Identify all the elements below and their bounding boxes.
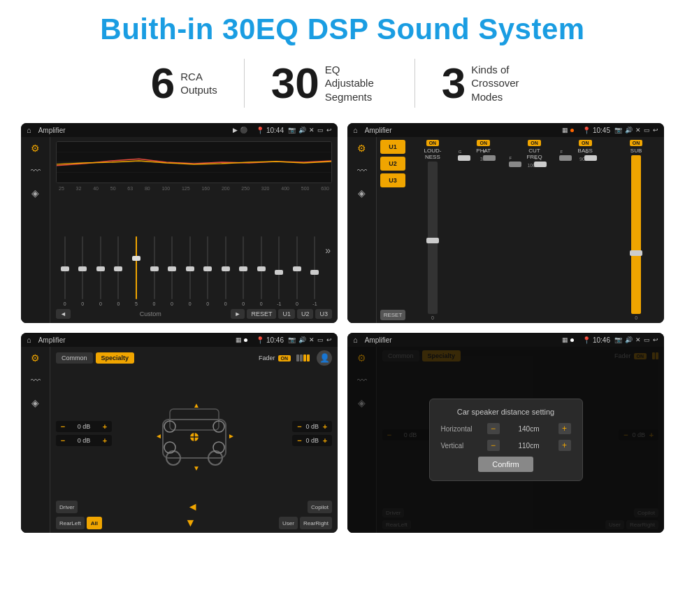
fader-copilot-btn[interactable]: Copilot	[308, 501, 332, 513]
distance-status-icons: 📷🔊✕▭↩	[614, 336, 658, 343]
fader-slider-segments[interactable]	[296, 354, 310, 361]
crossover-home-icon[interactable]: ⌂	[353, 126, 358, 134]
fader-label: Fader	[259, 354, 275, 361]
fader-home-icon[interactable]: ⌂	[27, 336, 31, 344]
eq-slider-7[interactable]: 0	[182, 229, 198, 306]
eq-slider-10[interactable]: 0	[236, 229, 251, 306]
db-minus-0[interactable]: −	[59, 422, 67, 431]
profile-icon-fader[interactable]: 👤	[317, 350, 332, 366]
dialog-confirm-button[interactable]: Confirm	[478, 457, 533, 472]
stat-eq-number: 30	[271, 62, 319, 105]
db-plus-0[interactable]: +	[101, 422, 109, 431]
home-icon[interactable]: ⌂	[27, 126, 31, 134]
db-plus-1[interactable]: +	[101, 436, 109, 445]
db-minus-1[interactable]: −	[59, 436, 67, 445]
fader-sidebar-icon2[interactable]: 〰	[31, 375, 41, 386]
eq-next-btn[interactable]: ►	[231, 309, 245, 319]
stat-rca-label: RCAOutputs	[180, 70, 217, 97]
eq-more-icon[interactable]: »	[325, 245, 331, 256]
stat-eq-label: EQ AdjustableSegments	[325, 63, 388, 104]
crossover-status-icons: 📷🔊✕▭↩	[614, 127, 658, 134]
crossover-sidebar-vol-icon[interactable]: ◈	[358, 187, 366, 199]
eq-prev-btn[interactable]: ◄	[56, 309, 71, 319]
eq-slider-8[interactable]: 0	[200, 229, 215, 306]
eq-slider-4[interactable]: 5	[129, 229, 144, 306]
dialog-horizontal-minus[interactable]: −	[487, 423, 500, 434]
eq-sidebar-eq-icon[interactable]: ⚙	[31, 143, 40, 154]
eq-reset-btn[interactable]: RESET	[247, 309, 276, 319]
eq-slider-3[interactable]: 0	[111, 229, 127, 306]
dialog-vertical-minus[interactable]: −	[487, 440, 500, 451]
fader-on-badge: ON	[278, 355, 291, 361]
db-minus-3[interactable]: −	[295, 436, 303, 445]
db-plus-2[interactable]: +	[321, 422, 329, 431]
eq-screen-title: Amplifier	[38, 127, 229, 134]
distance-screen: ⌂ Amplifier ▦ 📍 10:46 📷🔊✕▭↩ ⚙ 〰 ◈	[347, 333, 664, 533]
eq-status-time: 📍 10:44	[256, 127, 284, 134]
fader-rearleft-btn[interactable]: RearLeft	[56, 517, 85, 529]
crossover-u3-btn[interactable]: U3	[380, 173, 405, 187]
loudness-name: LOUD-NESS	[424, 148, 441, 160]
eq-sidebar-volume-icon[interactable]: ◈	[31, 187, 39, 199]
eq-sliders-row: 0 0 0 0 5 0 0 0 0 0 0 0 -1 0 -1	[56, 194, 332, 306]
fader-rearright-btn[interactable]: RearRight	[300, 517, 332, 529]
eq-slider-1[interactable]: 0	[75, 229, 91, 306]
eq-u2-btn[interactable]: U2	[297, 309, 314, 319]
eq-u1-btn[interactable]: U1	[278, 309, 295, 319]
fader-sidebar: ⚙ 〰 ◈	[21, 347, 50, 533]
eq-sidebar: ⚙ 〰 ◈	[21, 137, 50, 323]
page-title: Buith-in 30EQ DSP Sound System	[21, 13, 664, 46]
eq-u3-btn[interactable]: U3	[315, 309, 332, 319]
fader-down-arrow: ▼	[104, 517, 277, 529]
eq-slider-12[interactable]: -1	[272, 229, 287, 306]
fader-status-icons: 📷🔊✕▭↩	[288, 336, 332, 343]
fader-screen: ⌂ Amplifier ▦ 📍 10:46 📷🔊✕▭↩ ⚙ 〰 ◈	[21, 333, 338, 533]
fader-status-time: 📍 10:46	[256, 336, 284, 344]
loudness-on-badge: ON	[426, 140, 440, 146]
eq-slider-2[interactable]: 0	[93, 229, 108, 306]
fader-user-btn[interactable]: User	[279, 517, 298, 529]
eq-preset-label: Custom	[73, 310, 229, 317]
eq-slider-11[interactable]: 0	[254, 229, 269, 306]
svg-text:◄: ◄	[155, 432, 162, 440]
fader-common-tab[interactable]: Common	[56, 352, 93, 364]
stat-eq: 30 EQ AdjustableSegments	[245, 62, 414, 105]
distance-home-icon[interactable]: ⌂	[353, 336, 358, 344]
crossover-reset-btn[interactable]: RESET	[380, 310, 405, 320]
crossover-channels: ON LOUD-NESS 0 ON PHAT	[408, 140, 661, 320]
eq-slider-0[interactable]: 0	[57, 229, 73, 306]
fader-sidebar-icon3[interactable]: ◈	[31, 397, 39, 408]
crossover-screen-title: Amplifier	[365, 127, 558, 134]
fader-sidebar-icon1[interactable]: ⚙	[31, 352, 40, 364]
dialog-vertical-plus[interactable]: +	[558, 440, 571, 451]
db-minus-2[interactable]: −	[295, 422, 303, 431]
crossover-u1-btn[interactable]: U1	[380, 140, 405, 154]
svg-text:►: ►	[228, 432, 235, 440]
crossover-sidebar-wave-icon[interactable]: 〰	[357, 165, 367, 176]
sub-slider[interactable]	[631, 155, 641, 314]
eq-slider-13[interactable]: 0	[289, 229, 305, 306]
distance-screen-title: Amplifier	[365, 336, 558, 344]
crossover-u2-btn[interactable]: U2	[380, 157, 405, 171]
fader-driver-btn[interactable]: Driver	[56, 501, 78, 513]
eq-content: ⚙ 〰 ◈	[21, 137, 338, 323]
fader-bottom-row2: RearLeft All ▼ User RearRight	[56, 517, 332, 529]
dialog-horizontal-plus[interactable]: +	[558, 423, 571, 434]
loudness-slider[interactable]	[428, 162, 438, 314]
crossover-sidebar-eq-icon[interactable]: ⚙	[357, 143, 366, 154]
db-plus-3[interactable]: +	[321, 436, 329, 445]
fader-specialty-tab[interactable]: Specialty	[96, 352, 135, 364]
eq-slider-5[interactable]: 0	[147, 229, 162, 306]
sub-name: SUB	[630, 148, 642, 154]
eq-curve-area	[56, 141, 332, 183]
eq-slider-6[interactable]: 0	[164, 229, 180, 306]
eq-screen: ⌂ Amplifier ▶ ⚫ 📍 10:44 📷🔊✕▭↩ ⚙ 〰 ◈	[21, 123, 338, 323]
svg-text:▲: ▲	[193, 401, 200, 409]
eq-slider-9[interactable]: 0	[218, 229, 233, 306]
db-value-1: 0 dB	[69, 437, 99, 444]
eq-slider-14[interactable]: -1	[308, 229, 323, 306]
eq-sidebar-wave-icon[interactable]: 〰	[31, 165, 41, 176]
channel-sub: ON SUB 0	[612, 140, 661, 320]
fader-all-btn[interactable]: All	[87, 517, 102, 529]
fader-main-area: Common Specialty Fader ON 👤	[50, 347, 338, 533]
